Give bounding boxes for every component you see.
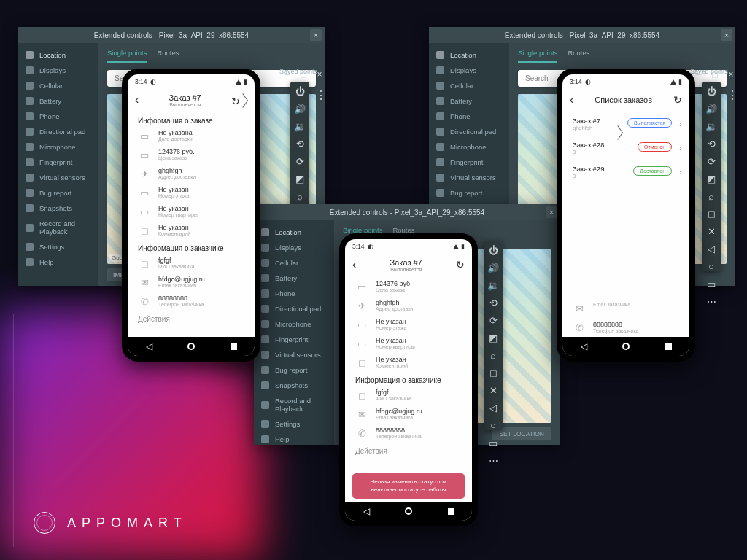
sidebar-item-displays[interactable]: Displays [18, 63, 98, 78]
rotate-left-icon[interactable]: ⟲ [706, 139, 717, 149]
sidebar-item-displays[interactable]: Displays [429, 63, 509, 78]
sidebar-item-virtual-sensors[interactable]: Virtual sensors [429, 170, 509, 185]
kebab-menu-icon[interactable]: ⋮ [507, 248, 522, 262]
volume-down-icon[interactable]: 🔉 [706, 121, 717, 132]
home-icon[interactable]: ○ [706, 261, 717, 272]
sidebar-item-phone[interactable]: Phone [429, 109, 509, 124]
rotate-right-icon[interactable]: ⟳ [295, 156, 306, 167]
sidebar-item-virtual-sensors[interactable]: Virtual sensors [18, 170, 98, 185]
sidebar-item-battery[interactable]: Battery [254, 271, 334, 286]
nav-recents-icon[interactable] [446, 507, 455, 516]
sidebar-item-help[interactable]: Help [18, 254, 98, 270]
sidebar-item-microphone[interactable]: Microphone [18, 139, 98, 155]
zoom-icon[interactable]: ⌕ [488, 350, 499, 361]
fold-icon[interactable]: ◻ [706, 209, 717, 219]
sidebar-item-virtual-sensors[interactable]: Virtual sensors [254, 347, 334, 362]
rotate-left-icon[interactable]: ⟲ [488, 298, 499, 308]
close-icon[interactable]: × [314, 69, 325, 79]
kebab-menu-icon[interactable]: ⋮ [314, 88, 328, 102]
rotate-left-icon[interactable]: ⟲ [295, 139, 306, 149]
minimize-icon[interactable]: – [282, 69, 293, 79]
sidebar-item-directional-pad[interactable]: Directional pad [18, 124, 98, 139]
tab-routes[interactable]: Routes [157, 49, 179, 63]
window-close-button[interactable]: × [721, 29, 732, 41]
power-icon[interactable]: ⏻ [295, 86, 306, 97]
volume-up-icon[interactable]: 🔊 [706, 104, 717, 114]
more-icon[interactable]: ⋯ [488, 455, 499, 466]
window-close-button[interactable]: × [310, 29, 322, 41]
back-icon[interactable]: ◁ [706, 244, 717, 254]
more-icon[interactable]: ⋯ [706, 296, 717, 307]
sidebar-item-snapshots[interactable]: Snapshots [18, 201, 98, 216]
rotate-right-icon[interactable]: ⟳ [488, 315, 499, 326]
sidebar-item-phone[interactable]: Phone [254, 286, 334, 301]
sidebar-item-bug-report[interactable]: Bug report [18, 185, 98, 201]
nav-recents-icon[interactable] [229, 342, 238, 351]
close-icon[interactable]: × [725, 69, 737, 79]
sidebar-item-microphone[interactable]: Microphone [429, 139, 509, 155]
screenshot-icon[interactable]: ◩ [295, 174, 306, 184]
rotate-right-icon[interactable]: ⟳ [706, 156, 717, 167]
nav-home-icon[interactable] [404, 507, 413, 516]
close-icon[interactable]: ✕ [488, 385, 499, 396]
sidebar-item-microphone[interactable]: Microphone [254, 316, 334, 332]
nav-home-icon[interactable] [187, 342, 196, 351]
sidebar-item-fingerprint[interactable]: Fingerprint [254, 332, 334, 347]
order-list-item[interactable]: Заказ #7ghghfghВыполняется› [562, 112, 689, 136]
overview-icon[interactable]: ▭ [488, 438, 499, 448]
window-close-button[interactable]: × [546, 206, 557, 218]
sidebar-item-fingerprint[interactable]: Fingerprint [429, 155, 509, 170]
minimize-icon[interactable]: – [693, 69, 705, 79]
volume-down-icon[interactable]: 🔉 [295, 121, 306, 132]
volume-up-icon[interactable]: 🔊 [295, 104, 306, 114]
home-icon[interactable]: ○ [488, 420, 499, 431]
volume-up-icon[interactable]: 🔊 [488, 262, 499, 273]
nav-recents-icon[interactable] [664, 342, 673, 351]
sidebar-item-cellular[interactable]: Cellular [429, 78, 509, 93]
refresh-button[interactable]: ↻ [456, 259, 465, 271]
refresh-button[interactable]: ↻ [231, 93, 247, 107]
nav-back-icon[interactable]: ◁ [362, 507, 371, 516]
sidebar-item-settings[interactable]: Settings [18, 239, 98, 254]
sidebar-item-fingerprint[interactable]: Fingerprint [18, 155, 98, 170]
maximize-icon[interactable]: ◻ [709, 69, 721, 79]
screenshot-icon[interactable]: ◩ [488, 332, 499, 343]
tab-routes[interactable]: Routes [568, 49, 589, 63]
sidebar-item-phone[interactable]: Phone [18, 109, 98, 124]
sidebar-item-directional-pad[interactable]: Directional pad [429, 124, 509, 139]
screenshot-icon[interactable]: ◩ [706, 174, 717, 184]
volume-down-icon[interactable]: 🔉 [488, 280, 499, 291]
sidebar-item-bug-report[interactable]: Bug report [429, 185, 509, 201]
refresh-button[interactable]: ↻ [673, 94, 682, 106]
sidebar-item-record-and-playback[interactable]: Record and Playback [254, 393, 334, 416]
power-icon[interactable]: ⏻ [488, 245, 499, 256]
back-icon[interactable]: ◁ [488, 402, 499, 413]
maximize-icon[interactable]: ◻ [298, 69, 309, 79]
sidebar-item-help[interactable]: Help [254, 432, 334, 447]
zoom-icon[interactable]: ⌕ [295, 191, 306, 202]
nav-back-icon[interactable]: ◁ [144, 342, 153, 351]
sidebar-item-location[interactable]: Location [18, 47, 98, 63]
overview-icon[interactable]: ▭ [706, 279, 717, 289]
kebab-menu-icon[interactable]: ⋮ [725, 88, 740, 102]
power-icon[interactable]: ⏻ [706, 86, 717, 97]
sidebar-item-snapshots[interactable]: Snapshots [254, 378, 334, 393]
nav-home-icon[interactable] [622, 342, 630, 351]
fold-icon[interactable]: ◻ [488, 368, 499, 378]
sidebar-item-displays[interactable]: Displays [254, 240, 334, 255]
tab-single-points[interactable]: Single points [107, 49, 147, 63]
sidebar-item-settings[interactable]: Settings [254, 416, 334, 432]
sidebar-item-location[interactable]: Location [254, 225, 334, 240]
sidebar-item-battery[interactable]: Battery [18, 93, 98, 109]
sidebar-item-battery[interactable]: Battery [429, 93, 509, 109]
nav-back-icon[interactable]: ◁ [579, 342, 588, 351]
close-icon[interactable]: ✕ [706, 226, 717, 237]
order-list-item[interactable]: Заказ #283Отменен› [562, 136, 689, 160]
sidebar-item-bug-report[interactable]: Bug report [254, 362, 334, 378]
zoom-icon[interactable]: ⌕ [706, 191, 717, 202]
sidebar-item-cellular[interactable]: Cellular [254, 255, 334, 271]
sidebar-item-cellular[interactable]: Cellular [18, 78, 98, 93]
sidebar-item-location[interactable]: Location [429, 47, 509, 63]
sidebar-item-record-and-playback[interactable]: Record and Playback [18, 216, 98, 239]
sidebar-item-directional-pad[interactable]: Directional pad [254, 301, 334, 316]
